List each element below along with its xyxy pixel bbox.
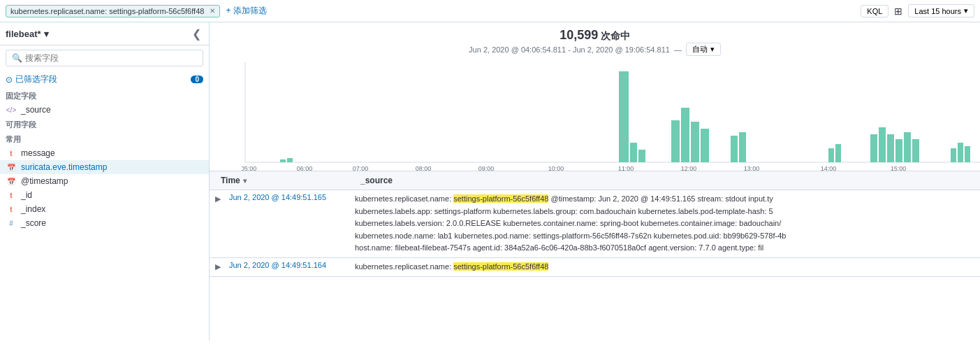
filter-icon: ⊙	[6, 75, 13, 85]
sidebar-collapse-button[interactable]: ❮	[189, 27, 203, 41]
table-row: ▶ Jun 2, 2020 @ 14:49:51.165 kubernetes.…	[210, 190, 980, 258]
svg-text:14:00: 14:00	[821, 165, 837, 171]
sidebar: filebeat* ▾ ❮ 🔍 ⊙ 已筛选字段 0 固定字段 </> _sour…	[0, 22, 210, 341]
svg-rect-29	[951, 148, 956, 162]
svg-rect-30	[958, 143, 963, 162]
filtered-count-badge: 0	[191, 76, 203, 83]
auto-label: 自动	[692, 44, 708, 55]
field-search-input[interactable]	[25, 53, 197, 63]
svg-rect-14	[638, 150, 645, 162]
highlight-replicaset-2: settings-platform-56c5f6ff48	[453, 262, 548, 271]
field-name-score: _score	[21, 218, 46, 228]
field-item-id[interactable]: t _id	[0, 188, 209, 202]
source-column-header: _source	[360, 176, 969, 185]
chart-time-range: Jun 2, 2020 @ 04:06:54.811 - Jun 2, 2020…	[469, 45, 670, 54]
svg-rect-31	[965, 146, 970, 162]
field-item-score[interactable]: # _score	[0, 216, 209, 230]
chart-area: 10,599 次命中 Jun 2, 2020 @ 04:06:54.811 - …	[210, 22, 980, 171]
add-filter-button[interactable]: + 添加筛选	[226, 5, 266, 17]
svg-rect-25	[887, 134, 894, 162]
time-sort-icon[interactable]: ▾	[243, 177, 247, 185]
active-filter[interactable]: kubernetes.replicaset.name: settings-pla…	[6, 5, 220, 17]
svg-rect-20	[739, 132, 746, 162]
field-item-timestamp[interactable]: 📅 @timestamp	[0, 174, 209, 188]
content-area: 10,599 次命中 Jun 2, 2020 @ 04:06:54.811 - …	[210, 22, 980, 341]
results-table: Time ▾ _source ▶ Jun 2, 2020 @ 14:49:51.…	[210, 171, 980, 341]
svg-text:15:00: 15:00	[891, 165, 907, 171]
field-type-icon-message: t	[6, 150, 17, 157]
search-icon: 🔍	[12, 53, 22, 63]
grid-icon[interactable]: ⊞	[894, 6, 902, 17]
field-name-message: message	[21, 148, 55, 158]
table-row-inner-2: ▶ Jun 2, 2020 @ 14:49:51.164 kubernetes.…	[210, 258, 980, 276]
kql-button[interactable]: KQL	[861, 5, 888, 17]
histogram-chart: 0 500 1000 1500 2000	[242, 59, 980, 171]
index-pattern-selector[interactable]: filebeat* ▾	[6, 29, 49, 39]
field-name-timestamp: @timestamp	[21, 176, 68, 186]
svg-text:09:00: 09:00	[478, 165, 495, 171]
row-timestamp[interactable]: Jun 2, 2020 @ 14:49:51.165	[229, 193, 355, 201]
chart-hit-count: 10,599	[560, 28, 598, 42]
row-source: kubernetes.replicaset.name: settings-pla…	[355, 193, 974, 255]
index-pattern-chevron: ▾	[44, 29, 49, 39]
svg-rect-10	[280, 159, 286, 162]
time-range-label: Last 15 hours	[914, 7, 961, 15]
auto-chevron-icon: ▾	[710, 45, 715, 54]
svg-rect-17	[691, 122, 699, 162]
table-header-row: Time ▾ _source	[210, 171, 980, 190]
svg-text:13:00: 13:00	[744, 165, 760, 171]
top-right-controls: KQL ⊞ Last 15 hours ▾	[861, 4, 974, 17]
field-name-index: _index	[21, 204, 45, 214]
field-name-source: _source	[21, 105, 51, 115]
svg-rect-19	[731, 136, 738, 162]
svg-rect-21	[828, 148, 834, 162]
source-line-2: kubernetes.labels.app: settings-platform…	[355, 206, 974, 218]
table-row: ▶ Jun 2, 2020 @ 14:49:51.164 kubernetes.…	[210, 258, 980, 277]
source-column-label: _source	[360, 176, 393, 185]
chart-svg-wrapper: 0 500 1000 1500 2000	[221, 59, 969, 171]
filter-tag-text: kubernetes.replicaset.name: settings-pla…	[10, 7, 204, 15]
time-column-label: Time	[221, 176, 240, 185]
svg-text:11:00: 11:00	[618, 165, 634, 171]
field-search-box: 🔍	[0, 45, 209, 71]
svg-rect-11	[287, 158, 293, 162]
field-item-source[interactable]: </> _source	[0, 103, 209, 117]
svg-rect-18	[701, 129, 709, 162]
filter-remove-icon[interactable]: ✕	[210, 7, 215, 15]
chart-hit-label: 次命中	[601, 30, 630, 41]
top-bar: kubernetes.replicaset.name: settings-pla…	[0, 0, 980, 22]
field-type-icon-source: </>	[6, 106, 17, 114]
filtered-fields-section: ⊙ 已筛选字段 0	[0, 71, 209, 88]
svg-text:07:00: 07:00	[353, 165, 369, 171]
time-chevron-icon: ▾	[964, 6, 968, 15]
svg-text:12:00: 12:00	[681, 165, 697, 171]
time-range-button[interactable]: Last 15 hours ▾	[908, 4, 974, 17]
add-filter-label: + 添加筛选	[226, 5, 266, 17]
field-item-index[interactable]: t _index	[0, 202, 209, 216]
field-search-input-wrapper[interactable]: 🔍	[6, 50, 203, 66]
auto-interval-button[interactable]: 自动 ▾	[686, 43, 721, 56]
fixed-fields-label: 固定字段	[0, 88, 209, 103]
source-line-1: kubernetes.replicaset.name: settings-pla…	[355, 193, 974, 206]
filtered-fields-toggle[interactable]: ⊙ 已筛选字段	[6, 73, 57, 85]
field-type-icon-suricata-ts: 📅	[6, 164, 17, 171]
row-expand-button-2[interactable]: ▶	[215, 261, 229, 271]
index-pattern-label: filebeat*	[6, 29, 41, 39]
source-line-2-1: kubernetes.replicaset.name: settings-pla…	[355, 261, 974, 273]
table-row-inner: ▶ Jun 2, 2020 @ 14:49:51.165 kubernetes.…	[210, 190, 980, 257]
field-name-id: _id	[21, 190, 32, 200]
row-expand-button[interactable]: ▶	[215, 193, 229, 204]
svg-text:10:00: 10:00	[548, 165, 564, 171]
field-type-icon-score: #	[6, 220, 17, 227]
row-timestamp-2[interactable]: Jun 2, 2020 @ 14:49:51.164	[229, 261, 355, 269]
field-item-message[interactable]: t message	[0, 146, 209, 160]
svg-rect-12	[619, 71, 629, 162]
svg-rect-22	[835, 144, 841, 162]
svg-rect-26	[895, 139, 902, 162]
field-item-suricata-timestamp[interactable]: 📅 suricata.eve.timestamp	[0, 160, 209, 174]
highlight-replicaset: settings-platform-56c5f6ff48	[453, 194, 548, 203]
svg-rect-15	[671, 120, 680, 162]
time-column-header[interactable]: Time ▾	[221, 176, 360, 185]
svg-text:05:00: 05:00	[242, 165, 256, 171]
svg-rect-13	[630, 143, 637, 162]
